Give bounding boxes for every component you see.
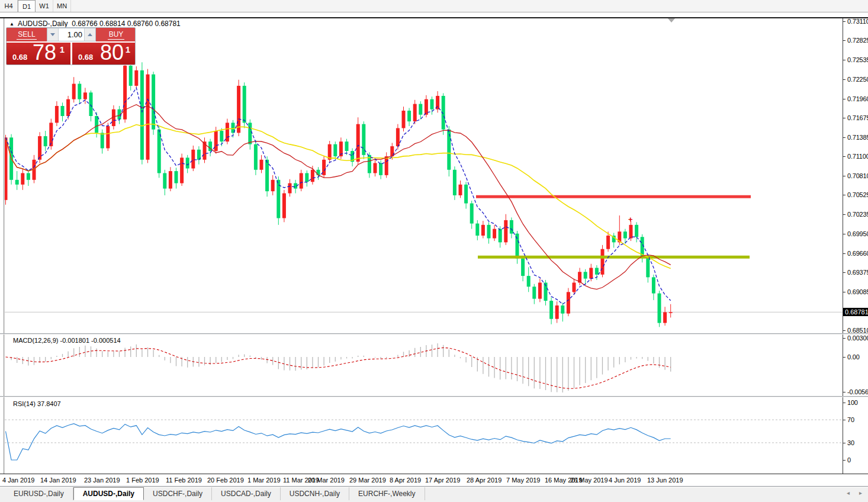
price-tick (843, 99, 846, 99)
timeframe-toolbar: H4D1W1MN (0, 0, 868, 12)
sell-button[interactable]: SELL (7, 28, 47, 41)
price-tick-label: 0.73110 (847, 18, 868, 25)
price-axis-separator (843, 18, 843, 474)
rsi-tick (843, 443, 846, 443)
sell-quote-box[interactable]: 0.68 78 1 (7, 43, 70, 65)
price-tick-label: 0.71385 (847, 134, 868, 141)
symbol-tab-eurchf[interactable]: EURCHF-,Weekly (349, 487, 425, 500)
macd-pane (5, 334, 843, 396)
one-click-trading-panel: SELL BUY 0.68 78 1 0.68 80 1 (6, 27, 136, 65)
macd-tick (843, 392, 846, 392)
price-tick (843, 60, 846, 60)
rsi-label: RSI(14) 37.8407 (13, 400, 61, 407)
timeframe-button-w1[interactable]: W1 (36, 0, 53, 12)
buy-price-main: 80 (100, 40, 124, 65)
price-tick-label: 0.70235 (847, 211, 868, 218)
current-price-tag: 0.68781 (843, 308, 868, 316)
volume-decrease-button[interactable] (47, 28, 59, 41)
panel-collapse-icon[interactable]: ▲ (9, 21, 14, 27)
macd-tick-label: 0.003003 (847, 334, 868, 342)
rsi-tick-label: 0 (847, 456, 851, 464)
timeframe-button-mn[interactable]: MN (53, 0, 71, 12)
rsi-tick (843, 403, 846, 403)
volume-spinner (47, 28, 96, 41)
price-tick (843, 330, 846, 331)
date-label: 4 Jun 2019 (609, 477, 641, 484)
date-label: 20 Mar 2019 (308, 477, 345, 484)
price-tick-label: 0.72825 (847, 37, 868, 44)
rsi-tick (843, 460, 846, 461)
price-tick (843, 253, 846, 254)
price-tick (843, 234, 846, 234)
volume-down-icon (50, 33, 55, 36)
tab-scroll-right-icon[interactable]: ▸ (859, 490, 862, 496)
chart-shift-icon[interactable] (668, 18, 675, 22)
macd-tick (843, 338, 846, 339)
symbol-period-label: AUDUSD-,Daily (18, 20, 68, 28)
date-label: 17 Apr 2019 (425, 477, 460, 484)
price-tick (843, 214, 846, 215)
date-label: 1 Mar 2019 (247, 477, 281, 484)
tab-scroll-left-icon[interactable]: ◂ (847, 490, 850, 496)
price-tick (843, 176, 846, 176)
macd-label: MACD(12,26,9) -0.001801 -0.000514 (13, 337, 121, 344)
symbol-tab-audusd[interactable]: AUDUSD-,Daily (73, 487, 144, 500)
date-label: 26 May 2019 (570, 477, 608, 484)
price-tick-label: 0.69950 (847, 230, 868, 237)
date-label: 28 Apr 2019 (467, 477, 501, 484)
rsi-tick-label: 100 (847, 399, 858, 406)
trade-open-marker: + (628, 215, 633, 224)
volume-increase-button[interactable] (84, 28, 95, 41)
date-label: 8 Apr 2019 (390, 477, 421, 484)
chart-title: ▲AUDUSD-,Daily 0.68766 0.68814 0.68760 0… (9, 20, 181, 28)
symbol-tab-eurusd[interactable]: EURUSD-,Daily (5, 487, 73, 500)
rsi-tick (843, 420, 846, 420)
price-tick-label: 0.69085 (847, 288, 868, 295)
date-label: 7 May 2019 (506, 477, 540, 484)
price-tick-label: 0.70525 (847, 191, 868, 198)
timeframe-button-h4[interactable]: H4 (0, 0, 18, 12)
candlestick-layer (5, 60, 673, 327)
symbol-tab-usdcnh[interactable]: USDCNH-,Daily (281, 487, 349, 500)
volume-up-icon (88, 33, 92, 36)
price-tick-label: 0.69660 (847, 250, 868, 257)
volume-input[interactable] (59, 28, 84, 41)
mt4-window: H4D1W1MN + ▲AUDUSD-,Daily 0.68766 0.6881… (0, 0, 868, 502)
sell-price-pip: 1 (60, 44, 65, 54)
rsi-tick-label: 70 (847, 416, 854, 423)
price-tick-label: 0.70810 (847, 172, 868, 179)
macd-tick (843, 357, 846, 358)
date-label: 1 Feb 2019 (126, 477, 159, 484)
date-label: 11 Feb 2019 (166, 477, 202, 484)
symbol-tab-usdcad[interactable]: USDCAD-,Daily (212, 487, 281, 500)
price-tick (843, 21, 846, 22)
price-tick-label: 0.71675 (847, 114, 868, 121)
buy-button[interactable]: BUY (96, 28, 136, 41)
sell-price-prefix: 0.68 (12, 53, 27, 62)
date-label: 4 Jan 2019 (2, 477, 34, 484)
timeframe-button-d1[interactable]: D1 (18, 0, 36, 12)
macd-tick-label: -0.005648 (847, 388, 868, 395)
price-tick (843, 156, 846, 157)
macd-tick-label: 0.00 (847, 353, 860, 361)
price-tick-label: 0.69375 (847, 269, 868, 276)
symbol-tab-usdchf[interactable]: USDCHF-,Daily (144, 487, 212, 500)
buy-price-prefix: 0.68 (78, 53, 93, 62)
price-tick-label: 0.72250 (847, 76, 868, 83)
time-axis[interactable]: 4 Jan 201914 Jan 201923 Jan 20191 Feb 20… (0, 474, 868, 486)
price-tick (843, 137, 846, 138)
date-label: 20 Feb 2019 (207, 477, 244, 484)
price-tick (843, 195, 846, 195)
price-tick-label: 0.71100 (847, 153, 868, 160)
price-tick (843, 292, 846, 292)
date-label: 29 Mar 2019 (349, 477, 386, 484)
price-tick (843, 79, 846, 80)
tab-scroll-controls: ◂ ▸ (847, 490, 862, 496)
rsi-tick-label: 30 (847, 439, 854, 446)
buy-price-pip: 1 (126, 44, 130, 54)
rsi-pane (5, 397, 843, 473)
price-tick (843, 40, 846, 41)
price-tick (843, 272, 846, 273)
date-label: 14 Jan 2019 (40, 477, 76, 484)
buy-quote-box[interactable]: 0.68 80 1 (72, 43, 136, 65)
